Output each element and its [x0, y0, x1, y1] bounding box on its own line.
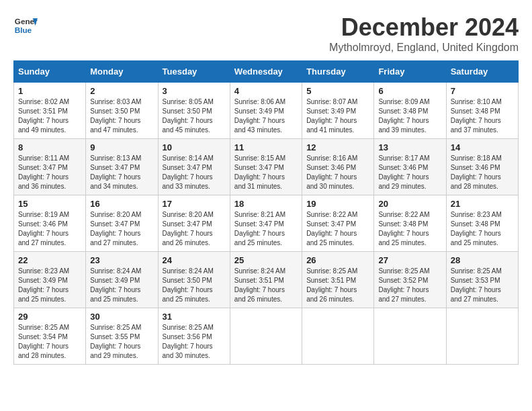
- location-title: Mytholmroyd, England, United Kingdom: [329, 42, 519, 54]
- week-row-1: 1 Sunrise: 8:02 AMSunset: 3:51 PMDayligh…: [14, 83, 519, 139]
- day-info: Sunrise: 8:13 AMSunset: 3:47 PMDaylight:…: [90, 154, 141, 190]
- day-number: 24: [163, 255, 226, 265]
- weekday-tuesday: Tuesday: [158, 61, 230, 83]
- weekday-thursday: Thursday: [302, 61, 374, 83]
- day-info: Sunrise: 8:25 AMSunset: 3:52 PMDaylight:…: [378, 267, 429, 303]
- day-number: 2: [90, 86, 153, 96]
- calendar-cell: [230, 308, 302, 365]
- day-info: Sunrise: 8:23 AMSunset: 3:49 PMDaylight:…: [18, 267, 69, 303]
- day-info: Sunrise: 8:15 AMSunset: 3:47 PMDaylight:…: [234, 154, 285, 190]
- day-number: 30: [90, 312, 153, 322]
- day-info: Sunrise: 8:22 AMSunset: 3:47 PMDaylight:…: [306, 211, 357, 246]
- week-row-5: 29 Sunrise: 8:25 AMSunset: 3:54 PMDaylig…: [14, 308, 519, 365]
- day-number: 27: [378, 255, 441, 265]
- day-info: Sunrise: 8:14 AMSunset: 3:47 PMDaylight:…: [163, 154, 214, 190]
- calendar-cell: 11 Sunrise: 8:15 AMSunset: 3:47 PMDaylig…: [230, 139, 302, 195]
- day-info: Sunrise: 8:18 AMSunset: 3:46 PMDaylight:…: [451, 154, 502, 190]
- calendar-cell: 19 Sunrise: 8:22 AMSunset: 3:47 PMDaylig…: [302, 195, 374, 252]
- day-info: Sunrise: 8:17 AMSunset: 3:46 PMDaylight:…: [378, 154, 429, 190]
- day-info: Sunrise: 8:25 AMSunset: 3:53 PMDaylight:…: [451, 267, 502, 303]
- day-info: Sunrise: 8:07 AMSunset: 3:49 PMDaylight:…: [306, 98, 357, 134]
- calendar-cell: [374, 308, 446, 365]
- day-info: Sunrise: 8:23 AMSunset: 3:48 PMDaylight:…: [451, 211, 502, 246]
- title-section: December 2024 Mytholmroyd, England, Unit…: [329, 13, 519, 54]
- day-info: Sunrise: 8:24 AMSunset: 3:51 PMDaylight:…: [234, 267, 285, 303]
- day-number: 26: [306, 255, 369, 265]
- day-info: Sunrise: 8:16 AMSunset: 3:46 PMDaylight:…: [306, 154, 357, 190]
- day-number: 4: [234, 86, 298, 96]
- calendar-cell: 15 Sunrise: 8:19 AMSunset: 3:46 PMDaylig…: [14, 195, 86, 252]
- calendar-cell: 14 Sunrise: 8:18 AMSunset: 3:46 PMDaylig…: [446, 139, 518, 195]
- day-number: 18: [234, 199, 298, 209]
- weekday-header-row: SundayMondayTuesdayWednesdayThursdayFrid…: [14, 61, 519, 83]
- month-title: December 2024: [329, 13, 519, 42]
- calendar-cell: 30 Sunrise: 8:25 AMSunset: 3:55 PMDaylig…: [86, 308, 158, 365]
- day-number: 6: [378, 86, 441, 96]
- day-info: Sunrise: 8:20 AMSunset: 3:47 PMDaylight:…: [90, 211, 141, 246]
- weekday-sunday: Sunday: [14, 61, 86, 83]
- day-number: 1: [18, 86, 81, 96]
- calendar-cell: 17 Sunrise: 8:20 AMSunset: 3:47 PMDaylig…: [158, 195, 230, 252]
- week-row-2: 8 Sunrise: 8:11 AMSunset: 3:47 PMDayligh…: [14, 139, 519, 195]
- calendar-table: SundayMondayTuesdayWednesdayThursdayFrid…: [13, 60, 519, 365]
- calendar-cell: 2 Sunrise: 8:03 AMSunset: 3:50 PMDayligh…: [86, 83, 158, 139]
- weekday-saturday: Saturday: [446, 61, 518, 83]
- day-info: Sunrise: 8:25 AMSunset: 3:55 PMDaylight:…: [90, 324, 141, 359]
- day-info: Sunrise: 8:05 AMSunset: 3:50 PMDaylight:…: [163, 98, 214, 134]
- calendar-cell: 25 Sunrise: 8:24 AMSunset: 3:51 PMDaylig…: [230, 252, 302, 308]
- day-info: Sunrise: 8:25 AMSunset: 3:56 PMDaylight:…: [163, 324, 214, 359]
- calendar-cell: [302, 308, 374, 365]
- calendar-cell: 3 Sunrise: 8:05 AMSunset: 3:50 PMDayligh…: [158, 83, 230, 139]
- day-number: 16: [90, 199, 153, 209]
- day-number: 7: [451, 86, 514, 96]
- calendar-cell: 8 Sunrise: 8:11 AMSunset: 3:47 PMDayligh…: [14, 139, 86, 195]
- day-number: 20: [378, 199, 441, 209]
- day-number: 10: [163, 142, 226, 152]
- calendar-body: 1 Sunrise: 8:02 AMSunset: 3:51 PMDayligh…: [14, 83, 519, 365]
- calendar-cell: 27 Sunrise: 8:25 AMSunset: 3:52 PMDaylig…: [374, 252, 446, 308]
- day-number: 21: [451, 199, 514, 209]
- calendar-cell: 10 Sunrise: 8:14 AMSunset: 3:47 PMDaylig…: [158, 139, 230, 195]
- day-info: Sunrise: 8:25 AMSunset: 3:54 PMDaylight:…: [18, 324, 69, 359]
- day-number: 31: [163, 312, 226, 322]
- calendar-cell: 31 Sunrise: 8:25 AMSunset: 3:56 PMDaylig…: [158, 308, 230, 365]
- day-number: 17: [163, 199, 226, 209]
- day-number: 14: [451, 142, 514, 152]
- calendar-cell: 9 Sunrise: 8:13 AMSunset: 3:47 PMDayligh…: [86, 139, 158, 195]
- calendar-cell: 28 Sunrise: 8:25 AMSunset: 3:53 PMDaylig…: [446, 252, 518, 308]
- weekday-monday: Monday: [86, 61, 158, 83]
- calendar-cell: [446, 308, 518, 365]
- calendar-cell: 23 Sunrise: 8:24 AMSunset: 3:49 PMDaylig…: [86, 252, 158, 308]
- calendar-cell: 26 Sunrise: 8:25 AMSunset: 3:51 PMDaylig…: [302, 252, 374, 308]
- day-number: 23: [90, 255, 153, 265]
- calendar-cell: 16 Sunrise: 8:20 AMSunset: 3:47 PMDaylig…: [86, 195, 158, 252]
- day-info: Sunrise: 8:11 AMSunset: 3:47 PMDaylight:…: [18, 154, 69, 190]
- day-number: 29: [18, 312, 81, 322]
- day-number: 5: [306, 86, 369, 96]
- day-info: Sunrise: 8:19 AMSunset: 3:46 PMDaylight:…: [18, 211, 69, 246]
- day-number: 12: [306, 142, 369, 152]
- weekday-wednesday: Wednesday: [230, 61, 302, 83]
- day-number: 3: [163, 86, 226, 96]
- calendar-cell: 21 Sunrise: 8:23 AMSunset: 3:48 PMDaylig…: [446, 195, 518, 252]
- calendar-cell: 29 Sunrise: 8:25 AMSunset: 3:54 PMDaylig…: [14, 308, 86, 365]
- header: General Blue December 2024 Mytholmroyd, …: [13, 13, 519, 54]
- calendar-cell: 1 Sunrise: 8:02 AMSunset: 3:51 PMDayligh…: [14, 83, 86, 139]
- calendar-cell: 13 Sunrise: 8:17 AMSunset: 3:46 PMDaylig…: [374, 139, 446, 195]
- day-number: 19: [306, 199, 369, 209]
- calendar-cell: 24 Sunrise: 8:24 AMSunset: 3:50 PMDaylig…: [158, 252, 230, 308]
- day-info: Sunrise: 8:03 AMSunset: 3:50 PMDaylight:…: [90, 98, 141, 134]
- calendar-cell: 20 Sunrise: 8:22 AMSunset: 3:48 PMDaylig…: [374, 195, 446, 252]
- weekday-friday: Friday: [374, 61, 446, 83]
- day-number: 25: [234, 255, 298, 265]
- svg-text:Blue: Blue: [15, 26, 32, 34]
- day-number: 22: [18, 255, 81, 265]
- day-number: 11: [234, 142, 298, 152]
- calendar-cell: 7 Sunrise: 8:10 AMSunset: 3:48 PMDayligh…: [446, 83, 518, 139]
- week-row-3: 15 Sunrise: 8:19 AMSunset: 3:46 PMDaylig…: [14, 195, 519, 252]
- calendar-cell: 12 Sunrise: 8:16 AMSunset: 3:46 PMDaylig…: [302, 139, 374, 195]
- day-info: Sunrise: 8:09 AMSunset: 3:48 PMDaylight:…: [378, 98, 429, 134]
- week-row-4: 22 Sunrise: 8:23 AMSunset: 3:49 PMDaylig…: [14, 252, 519, 308]
- calendar-cell: 6 Sunrise: 8:09 AMSunset: 3:48 PMDayligh…: [374, 83, 446, 139]
- day-number: 28: [451, 255, 514, 265]
